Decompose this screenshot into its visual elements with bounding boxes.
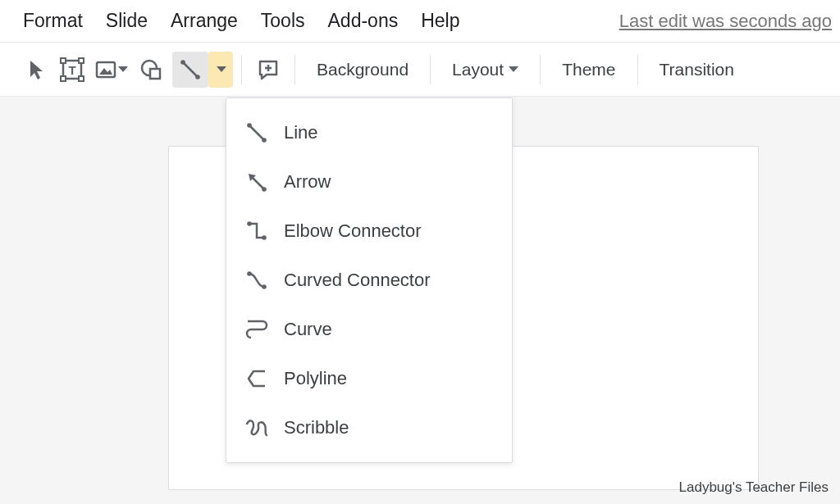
menu-help[interactable]: Help [409,5,471,37]
menu-item-label: Elbow Connector [284,220,422,242]
svg-rect-2 [79,58,84,63]
textbox-icon: T [60,57,84,82]
shape-tool[interactable] [133,52,169,88]
menu-addons[interactable]: Add-ons [317,5,410,37]
attribution-text: Ladybug's Teacher Files [679,479,829,496]
toolbar-separator [430,55,431,84]
shape-icon [139,58,162,81]
transition-button[interactable]: Transition [646,52,747,88]
menu-tools[interactable]: Tools [249,5,317,37]
textbox-tool[interactable]: T [54,52,90,88]
menu-item-label: Arrow [284,171,331,193]
chevron-down-icon [509,66,518,72]
svg-rect-4 [79,76,84,81]
line-option-scribble[interactable]: Scribble [226,403,512,452]
comment-tool[interactable] [250,52,286,88]
layout-button[interactable]: Layout [439,52,532,88]
line-type-menu: Line Arrow Elbow Connector [226,98,513,463]
svg-line-15 [249,125,264,140]
svg-point-8 [142,61,157,75]
line-option-line[interactable]: Line [226,108,512,157]
chevron-down-icon [118,66,128,72]
svg-rect-9 [150,69,160,79]
elbow-connector-icon [244,220,269,243]
svg-rect-1 [61,58,66,63]
menu-arrange[interactable]: Arrange [159,5,249,37]
toolbar-separator [540,55,541,84]
svg-text:T: T [68,63,75,77]
toolbar: T Background [0,43,840,97]
svg-point-11 [180,60,185,65]
menu-item-label: Polyline [284,368,347,389]
line-tool[interactable] [172,52,208,88]
menubar: Format Slide Arrange Tools Add-ons Help … [0,0,840,43]
line-icon [244,122,269,143]
svg-point-21 [247,221,252,226]
svg-marker-7 [99,68,112,75]
svg-rect-3 [61,76,66,81]
line-tool-dropdown[interactable] [208,52,233,88]
toolbar-separator [241,55,242,84]
svg-rect-0 [63,61,81,79]
menu-item-label: Curved Connector [284,270,431,291]
curved-connector-icon [244,269,269,292]
curve-icon [244,319,269,340]
menu-item-label: Scribble [284,417,349,438]
theme-button[interactable]: Theme [549,52,628,88]
menu-item-label: Line [284,122,318,143]
line-option-arrow[interactable]: Arrow [226,157,512,207]
line-option-polyline[interactable]: Polyline [226,354,512,403]
menu-format[interactable]: Format [11,5,94,37]
svg-point-23 [247,271,252,276]
image-tool[interactable] [90,52,133,88]
toolbar-separator [637,55,638,84]
svg-point-20 [262,187,267,192]
menu-slide[interactable]: Slide [94,5,159,37]
line-option-curved-connector[interactable]: Curved Connector [226,256,512,305]
svg-point-12 [195,75,200,79]
arrow-icon [244,171,269,193]
comment-plus-icon [257,58,280,81]
chevron-down-icon [217,66,226,72]
line-icon [180,59,201,80]
menu-item-label: Curve [284,319,332,340]
line-option-curve[interactable]: Curve [226,305,512,354]
svg-point-22 [262,235,267,240]
background-button[interactable]: Background [304,52,422,88]
svg-line-10 [183,62,198,77]
polyline-icon [244,368,269,389]
svg-rect-6 [97,62,115,77]
cursor-icon [27,59,45,80]
image-icon [95,60,116,79]
last-edit-status[interactable]: Last edit was seconds ago [619,11,832,32]
svg-point-24 [262,284,267,289]
svg-point-16 [247,123,252,128]
toolbar-separator [294,55,295,84]
layout-label: Layout [452,60,504,79]
line-option-elbow-connector[interactable]: Elbow Connector [226,207,512,256]
svg-point-17 [262,138,267,143]
scribble-icon [244,417,269,438]
select-tool[interactable] [18,52,54,88]
